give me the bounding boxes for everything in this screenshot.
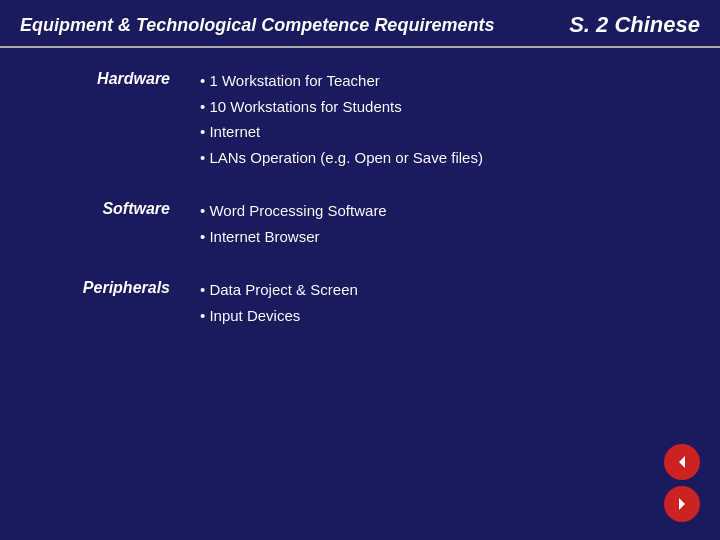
peripherals-item-0: • Data Project & Screen [200,277,358,303]
peripherals-label: Peripherals [40,277,200,297]
back-icon [673,453,691,471]
back-button[interactable] [664,444,700,480]
nav-buttons [664,444,700,522]
forward-icon [673,495,691,513]
header-title: Equipment & Technological Competence Req… [20,15,494,36]
header-subtitle: S. 2 Chinese [569,12,700,38]
slide-header: Equipment & Technological Competence Req… [0,0,720,48]
peripherals-row: Peripherals • Data Project & Screen • In… [40,277,680,328]
software-row: Software • Word Processing Software • In… [40,198,680,249]
hardware-row: Hardware • 1 Workstation for Teacher • 1… [40,68,680,170]
hardware-item-2: • Internet [200,119,483,145]
svg-marker-1 [679,498,685,510]
peripherals-content: • Data Project & Screen • Input Devices [200,277,358,328]
hardware-item-0: • 1 Workstation for Teacher [200,68,483,94]
software-content: • Word Processing Software • Internet Br… [200,198,387,249]
hardware-item-1: • 10 Workstations for Students [200,94,483,120]
forward-button[interactable] [664,486,700,522]
slide: Equipment & Technological Competence Req… [0,0,720,540]
hardware-item-3: • LANs Operation (e.g. Open or Save file… [200,145,483,171]
svg-marker-0 [679,456,685,468]
software-item-0: • Word Processing Software [200,198,387,224]
hardware-content: • 1 Workstation for Teacher • 10 Worksta… [200,68,483,170]
slide-content: Hardware • 1 Workstation for Teacher • 1… [0,58,720,366]
software-item-1: • Internet Browser [200,224,387,250]
peripherals-item-1: • Input Devices [200,303,358,329]
software-label: Software [40,198,200,218]
hardware-label: Hardware [40,68,200,88]
